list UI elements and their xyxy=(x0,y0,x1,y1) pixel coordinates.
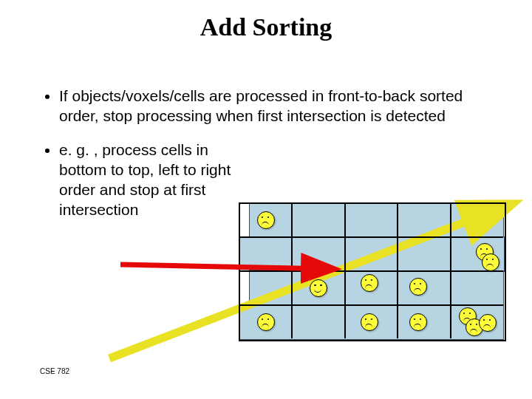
faces-layer xyxy=(239,202,503,338)
face-r2-c3 xyxy=(409,278,427,296)
face-r1-c4b xyxy=(482,253,499,271)
diagram xyxy=(239,192,512,364)
face-r2-c1 xyxy=(310,279,327,297)
face-r2-c2 xyxy=(361,274,378,292)
bullet-1: If objects/voxels/cells are processed in… xyxy=(59,86,486,126)
bullet-2: e. g. , process cells in bottom to top, … xyxy=(59,140,251,220)
face-r3-c2 xyxy=(361,313,378,331)
face-r3-c0 xyxy=(257,313,275,331)
face-r3-c3a xyxy=(409,313,427,331)
footer-course: CSE 782 xyxy=(40,367,69,375)
slide-title: Add Sorting xyxy=(0,13,532,41)
face-r3-c4c xyxy=(479,314,497,332)
face-r0-c0 xyxy=(257,211,275,229)
